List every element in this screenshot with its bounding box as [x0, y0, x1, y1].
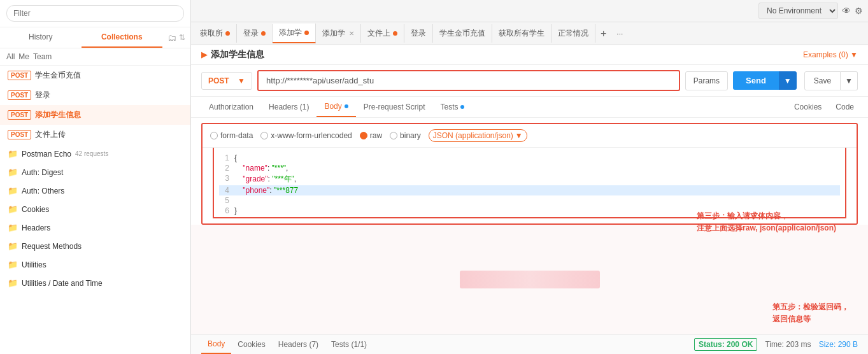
folder-icon: 📁 [8, 149, 18, 159]
body-urlencoded-option[interactable]: x-www-form-urlencoded [260, 131, 352, 140]
method-chevron-icon: ▼ [238, 76, 245, 85]
sidebar-item-2[interactable]: POST 添加学生信息 [0, 105, 190, 125]
send-button[interactable]: Send [733, 71, 779, 90]
method-badge: POST [8, 90, 31, 100]
group-name: Cookies [22, 205, 49, 214]
sidebar-item-0[interactable]: POST 学生金币充值 [0, 66, 190, 85]
req-tab-2[interactable]: 添加学 [273, 24, 316, 43]
tab-label: 正常情况 [558, 28, 588, 39]
sidebar-group-headers[interactable]: 📁 Headers [0, 218, 190, 237]
code-line-1: 1 { [219, 153, 840, 163]
json-format-select[interactable]: JSON (application/json) ▼ [429, 129, 527, 142]
sidebar-group-auth-digest[interactable]: 📁 Auth: Digest [0, 163, 190, 181]
bottom-tab-cookies[interactable]: Cookies [231, 336, 271, 353]
bottom-tab-body[interactable]: Body [201, 335, 231, 354]
status-code: Status: 200 OK [694, 338, 757, 351]
save-dropdown-button[interactable]: ▼ [841, 71, 858, 90]
sort-icon[interactable]: ⇅ [179, 33, 185, 42]
radio-icon [210, 132, 218, 139]
close-icon[interactable]: ✕ [349, 30, 354, 37]
method-label: POST [208, 76, 229, 85]
req-tab-6[interactable]: 学生金币充值 [433, 24, 492, 43]
tab-label: 获取所 [200, 28, 223, 39]
params-button[interactable]: Params [685, 71, 728, 90]
tab-dot [225, 31, 230, 36]
tab-label: 添加学 [279, 27, 302, 38]
body-binary-option[interactable]: binary [390, 131, 421, 140]
code-line-2: 2 "name": "***", [219, 163, 840, 173]
sidebar-group-postman-echo[interactable]: 📁 Postman Echo 42 requests [0, 145, 190, 163]
response-content [460, 271, 600, 288]
tests-dot [460, 105, 464, 109]
status-time: Time: 203 ms [765, 340, 811, 349]
group-name: Utilities / Date and Time [22, 279, 103, 288]
eye-icon[interactable]: 👁 [842, 6, 851, 16]
code-line-3: 3 "grade": "***年", [219, 173, 840, 185]
group-name: Headers [22, 223, 50, 232]
sub-tab-body[interactable]: Body [317, 97, 355, 117]
req-tab-7[interactable]: 获取所有学生 [492, 24, 551, 43]
req-tab-5[interactable]: 登录 [404, 24, 433, 43]
folder-icon: 📁 [8, 260, 18, 269]
tab-label: 获取所有学生 [499, 28, 544, 39]
sub-tab-authorization[interactable]: Authorization [201, 97, 261, 117]
new-tab-button[interactable]: + [595, 24, 611, 43]
radio-icon [390, 132, 397, 139]
filter-input[interactable] [6, 5, 184, 22]
sidebar-group-utilities-date[interactable]: 📁 Utilities / Date and Time [0, 274, 190, 292]
tab-dot [261, 31, 266, 36]
req-tab-1[interactable]: 登录 [237, 24, 273, 43]
new-folder-icon[interactable]: 🗂 [167, 32, 176, 43]
cookies-link[interactable]: Cookies [790, 97, 825, 117]
bottom-tab-tests[interactable]: Tests (1/1) [325, 336, 373, 353]
filter-all[interactable]: All [6, 52, 15, 61]
folder-icon: 📁 [8, 223, 18, 232]
folder-icon: 📁 [8, 278, 18, 288]
body-form-data-option[interactable]: form-data [210, 131, 253, 140]
collections-tab[interactable]: Collections [82, 27, 163, 48]
sidebar-group-auth-others[interactable]: 📁 Auth: Others [0, 181, 190, 200]
sidebar-item-name: 添加学生信息 [35, 110, 81, 120]
sidebar-group-request-methods[interactable]: 📁 Request Methods [0, 237, 190, 255]
option-label: raw [370, 131, 382, 140]
collapse-arrow[interactable]: ▶ [201, 50, 207, 59]
more-tabs-button[interactable]: ··· [611, 25, 628, 42]
sidebar-item-3[interactable]: POST 文件上传 [0, 125, 190, 145]
bottom-tab-headers[interactable]: Headers (7) [272, 336, 325, 353]
sidebar-item-1[interactable]: POST 登录 [0, 85, 190, 105]
tab-label: 登录 [243, 28, 259, 39]
json-format-label: JSON (application/json) [433, 131, 513, 140]
method-selector[interactable]: POST ▼ [201, 72, 252, 90]
body-raw-option[interactable]: raw [360, 131, 382, 140]
url-input[interactable] [257, 70, 680, 91]
history-tab[interactable]: History [0, 27, 82, 48]
tab-dot [393, 31, 397, 36]
group-name: Postman Echo [22, 150, 71, 159]
filter-team[interactable]: Team [33, 52, 52, 61]
method-badge: POST [8, 71, 31, 80]
filter-me[interactable]: Me [18, 52, 29, 61]
body-dot [345, 104, 348, 108]
chevron-down-icon: ▼ [515, 131, 523, 140]
sub-tab-label: Tests [440, 103, 458, 111]
tab-label: 添加学 [322, 28, 345, 39]
gear-icon[interactable]: ⚙ [855, 6, 863, 16]
env-select[interactable]: No Environment [758, 3, 838, 19]
req-tab-3[interactable]: 添加学 ✕ [316, 24, 361, 43]
code-link[interactable]: Code [832, 97, 858, 117]
tab-label: 学生金币充值 [439, 28, 485, 39]
sub-tab-headers[interactable]: Headers (1) [261, 97, 317, 117]
sidebar-group-cookies[interactable]: 📁 Cookies [0, 200, 190, 218]
send-dropdown-button[interactable]: ▼ [779, 71, 797, 90]
request-title: 添加学生信息 [211, 49, 264, 60]
save-button[interactable]: Save [804, 71, 841, 90]
examples-button[interactable]: Examples (0) ▼ [803, 50, 858, 59]
sub-tab-label: Body [324, 102, 341, 111]
sub-tab-tests[interactable]: Tests [432, 97, 472, 117]
req-tab-4[interactable]: 文件上 [361, 24, 404, 43]
req-tab-0[interactable]: 获取所 [194, 24, 237, 43]
sub-tab-label: Authorization [209, 103, 253, 111]
sub-tab-pre-request[interactable]: Pre-request Script [356, 97, 433, 117]
sidebar-group-utilities[interactable]: 📁 Utilities [0, 255, 190, 274]
req-tab-8[interactable]: 正常情况 [551, 24, 595, 43]
